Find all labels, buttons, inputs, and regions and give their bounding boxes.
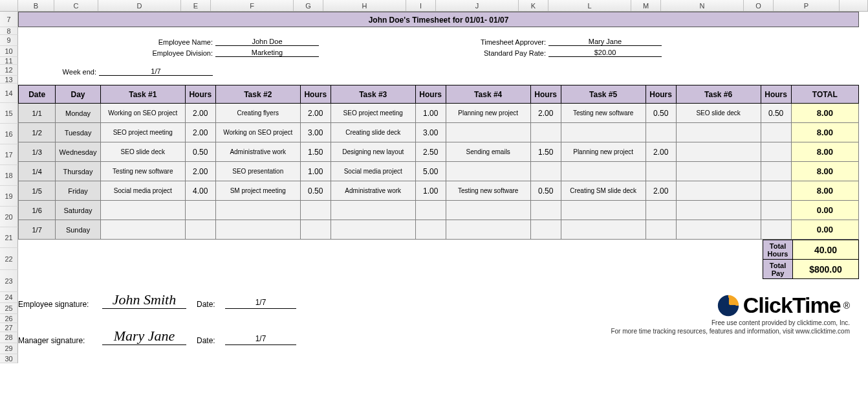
cell-day[interactable]: Saturday xyxy=(56,201,101,220)
cell-t4[interactable]: Testing new software xyxy=(446,181,530,201)
cell-h5[interactable] xyxy=(646,162,676,181)
cell-t2[interactable]: Working on SEO project xyxy=(215,123,300,142)
col-header-task-3[interactable]: Task #3 xyxy=(331,85,415,104)
row-header-17[interactable]: 17 xyxy=(0,144,18,165)
row-header-16[interactable]: 16 xyxy=(0,124,18,144)
cell-h1[interactable] xyxy=(185,220,215,240)
cell-h2[interactable]: 3.00 xyxy=(300,123,331,142)
cell-t4[interactable] xyxy=(446,220,530,240)
cell-h4[interactable]: 1.50 xyxy=(530,142,561,162)
cell-t5[interactable] xyxy=(561,220,646,240)
cell-h4[interactable] xyxy=(530,123,561,142)
cell-h4[interactable] xyxy=(530,220,561,240)
cell-day[interactable]: Tuesday xyxy=(56,123,101,142)
cell-h3[interactable] xyxy=(415,220,446,240)
cell-h2[interactable]: 0.50 xyxy=(300,181,331,201)
row-header-25[interactable]: 25 xyxy=(0,303,18,314)
col-header-task-2[interactable]: Task #2 xyxy=(215,85,300,104)
cell-h2[interactable] xyxy=(300,220,331,240)
cell-h1[interactable]: 0.50 xyxy=(185,142,215,162)
cell-h6[interactable] xyxy=(761,201,791,220)
cell-h4[interactable] xyxy=(530,201,561,220)
col-header-hours[interactable]: Hours xyxy=(415,85,446,104)
row-header-22[interactable]: 22 xyxy=(0,248,18,270)
row-header-10[interactable]: 10 xyxy=(0,46,18,57)
cell-h5[interactable] xyxy=(646,123,676,142)
cell-date[interactable]: 1/4 xyxy=(19,162,56,181)
cell-h3[interactable]: 1.00 xyxy=(415,104,446,123)
cell-h4[interactable] xyxy=(530,162,561,181)
row-header-9[interactable]: 9 xyxy=(0,35,18,46)
cell-h5[interactable]: 0.50 xyxy=(646,104,676,123)
cell-date[interactable]: 1/2 xyxy=(19,123,56,142)
cell-h2[interactable] xyxy=(300,201,331,220)
cell-h6[interactable] xyxy=(761,162,791,181)
cell-date[interactable]: 1/7 xyxy=(19,220,56,240)
column-header-O[interactable]: O xyxy=(744,0,774,11)
cell-day[interactable]: Monday xyxy=(56,104,101,123)
col-header-hours[interactable]: Hours xyxy=(530,85,561,104)
column-header-K[interactable]: K xyxy=(519,0,548,11)
col-header-task-4[interactable]: Task #4 xyxy=(446,85,530,104)
cell-h2[interactable]: 1.00 xyxy=(300,162,331,181)
col-header-hours[interactable]: Hours xyxy=(761,85,791,104)
cell-t4[interactable]: Planning new project xyxy=(446,104,530,123)
cell-day[interactable]: Thursday xyxy=(56,162,101,181)
cell-t1[interactable]: SEO slide deck xyxy=(100,142,185,162)
cell-h5[interactable]: 2.00 xyxy=(646,181,676,201)
cell-total[interactable]: 0.00 xyxy=(791,201,858,220)
column-header-C[interactable]: C xyxy=(54,0,98,11)
cell-h3[interactable]: 2.50 xyxy=(415,142,446,162)
cell-h3[interactable]: 3.00 xyxy=(415,123,446,142)
cell-t6[interactable] xyxy=(676,162,761,181)
cell-t4[interactable]: Sending emails xyxy=(446,142,530,162)
cell-h6[interactable] xyxy=(761,142,791,162)
row-header-19[interactable]: 19 xyxy=(0,186,18,207)
cell-t6[interactable] xyxy=(676,201,761,220)
cell-total[interactable]: 8.00 xyxy=(791,123,858,142)
column-header-F[interactable]: F xyxy=(211,0,294,11)
cell-h1[interactable]: 2.00 xyxy=(185,162,215,181)
cell-t5[interactable] xyxy=(561,162,646,181)
row-header-14[interactable]: 14 xyxy=(0,84,18,103)
cell-t6[interactable] xyxy=(676,142,761,162)
sheet-title[interactable]: John Doe's Timesheet for 01/01- 01/07 xyxy=(18,12,859,27)
cell-t6[interactable] xyxy=(676,181,761,201)
cell-date[interactable]: 1/1 xyxy=(19,104,56,123)
column-header-E[interactable]: E xyxy=(181,0,211,11)
cell-day[interactable]: Sunday xyxy=(56,220,101,240)
pay-rate-value[interactable]: $20.00 xyxy=(548,49,662,57)
cell-h6[interactable] xyxy=(761,220,791,240)
column-header-G[interactable]: G xyxy=(294,0,323,11)
cell-h3[interactable] xyxy=(415,201,446,220)
cell-h3[interactable]: 5.00 xyxy=(415,162,446,181)
employee-signature[interactable]: John Smith xyxy=(102,291,186,309)
total-pay-value[interactable]: $800.00 xyxy=(793,260,859,279)
approver-value[interactable]: Mary Jane xyxy=(548,38,662,46)
cell-date[interactable]: 1/5 xyxy=(19,181,56,201)
cell-h5[interactable]: 2.00 xyxy=(646,142,676,162)
col-header-task-6[interactable]: Task #6 xyxy=(676,85,761,104)
row-header-23[interactable]: 23 xyxy=(0,270,18,292)
column-header-J[interactable]: J xyxy=(436,0,519,11)
row-header-7[interactable]: 7 xyxy=(0,12,18,27)
row-header-12[interactable]: 12 xyxy=(0,65,18,76)
cell-t1[interactable]: SEO project meeting xyxy=(100,123,185,142)
cell-total[interactable]: 0.00 xyxy=(791,220,858,240)
cell-day[interactable]: Wednesday xyxy=(56,142,101,162)
cell-t3[interactable]: Administrative work xyxy=(331,181,415,201)
cell-t5[interactable] xyxy=(561,123,646,142)
week-end-value[interactable]: 1/7 xyxy=(99,67,213,76)
cell-date[interactable]: 1/3 xyxy=(19,142,56,162)
cell-h1[interactable]: 2.00 xyxy=(185,104,215,123)
cell-h4[interactable]: 2.00 xyxy=(530,104,561,123)
row-header-26[interactable]: 26 xyxy=(0,314,18,323)
col-header-total[interactable]: TOTAL xyxy=(791,85,858,104)
select-all-corner[interactable] xyxy=(0,0,18,11)
cell-h1[interactable] xyxy=(185,201,215,220)
cell-t5[interactable] xyxy=(561,201,646,220)
cell-t2[interactable]: SEO presentation xyxy=(215,162,300,181)
cell-t1[interactable] xyxy=(100,201,185,220)
cell-t5[interactable]: Creating SM slide deck xyxy=(561,181,646,201)
cell-t5[interactable]: Planning new project xyxy=(561,142,646,162)
